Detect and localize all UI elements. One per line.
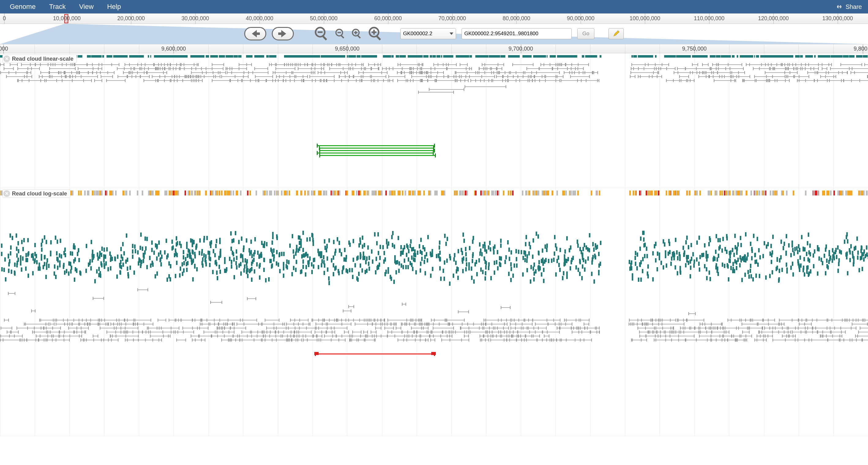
coverage-bar (356, 191, 358, 196)
pair-span (742, 332, 749, 332)
track-close-button[interactable]: ✕ (3, 190, 10, 197)
read-dot (845, 253, 847, 257)
go-button[interactable]: Go (577, 28, 594, 39)
menu-track[interactable]: Track (42, 0, 72, 13)
coverage-bar (264, 191, 266, 196)
read-dot (759, 274, 760, 278)
read-glyph (824, 55, 827, 58)
read-dot (476, 272, 478, 276)
location-input[interactable] (462, 28, 572, 39)
read-glyph (791, 55, 793, 58)
pair-span (293, 324, 299, 324)
share-button[interactable]: Share (835, 3, 865, 10)
read-dot (663, 265, 664, 269)
pair-span (470, 332, 488, 332)
pair-span (496, 336, 513, 336)
overview-ruler[interactable]: 010,000,00020,000,00030,000,00040,000,00… (0, 13, 868, 24)
overview-tick-label: 90,000,000 (567, 15, 594, 22)
read-dot (554, 235, 556, 239)
coverage-bar (724, 191, 725, 196)
read-dot (172, 239, 173, 244)
coverage-bar (689, 191, 690, 196)
read-dot (525, 253, 526, 257)
read-dot (123, 251, 125, 256)
read-glyph (148, 55, 149, 58)
ruler-minor-tick (35, 45, 35, 54)
read-glyph (413, 55, 415, 58)
read-dot (778, 277, 780, 282)
pair-span (274, 328, 289, 328)
location-ruler[interactable]: 0009,600,0009,650,0009,700,0009,750,0009… (0, 44, 868, 53)
pair-span (127, 76, 141, 77)
read-glyph (797, 55, 800, 58)
coverage-bar (158, 191, 159, 196)
pair-span (157, 328, 162, 328)
coverage-bar (729, 191, 731, 196)
read-dot (138, 261, 139, 266)
reference-select[interactable] (400, 28, 456, 39)
read-dot (742, 256, 743, 261)
svg-rect-2 (278, 32, 282, 35)
read-dot (559, 248, 561, 252)
read-dot (55, 275, 57, 279)
read-dot (365, 270, 366, 274)
read-dot (78, 248, 79, 253)
pan-left-button[interactable] (244, 27, 266, 40)
read-dot (632, 276, 633, 281)
pair-span (482, 340, 489, 340)
pair-span (421, 336, 429, 336)
read-glyph (754, 55, 755, 58)
menu-view[interactable]: View (72, 0, 100, 13)
read-glyph (849, 55, 850, 58)
read-dot (844, 239, 845, 244)
track-label[interactable]: ✕Read cloud log-scale (2, 189, 70, 198)
track-label[interactable]: ✕Read cloud linear-scale (2, 55, 77, 63)
pair-span (465, 86, 506, 87)
pair-span (110, 336, 116, 336)
pair-span (202, 72, 213, 73)
track[interactable]: ✕Read cloud log-scale (0, 188, 868, 436)
read-dot (810, 252, 811, 256)
read-dot (525, 242, 526, 246)
read-glyph (298, 55, 302, 58)
read-dot (665, 254, 666, 258)
read-dot (394, 244, 395, 249)
pair-span (44, 80, 62, 81)
menu-genome[interactable]: Genome (3, 0, 42, 13)
read-dot (199, 238, 201, 242)
coverage-bar (255, 191, 257, 196)
menu-help[interactable]: Help (100, 0, 128, 13)
track-close-button[interactable]: ✕ (3, 55, 10, 62)
pair-span (81, 340, 87, 340)
pair-span (758, 332, 784, 332)
read-dot (38, 263, 40, 267)
pair-span (741, 320, 746, 320)
zoom-out-small-button[interactable] (335, 28, 346, 39)
pair-span (138, 340, 162, 340)
reference-select-value[interactable] (400, 28, 456, 39)
coverage-bar (249, 191, 251, 196)
read-dot (642, 269, 643, 273)
read-dot (657, 252, 658, 256)
coverage-bar (229, 191, 230, 196)
coverage-bar (629, 191, 631, 196)
read-dot (596, 245, 598, 249)
overview-tick-label: 70,000,000 (439, 15, 466, 22)
read-dot (127, 258, 128, 262)
read-dot (542, 258, 544, 262)
read-dot (215, 244, 217, 248)
pan-right-button[interactable] (272, 27, 294, 40)
highlight-button[interactable] (609, 28, 624, 39)
zoom-in-big-button[interactable] (368, 26, 383, 41)
read-dot (420, 262, 422, 266)
coverage-bar (332, 191, 333, 196)
zoom-in-small-button[interactable] (351, 28, 362, 39)
read-dot (644, 254, 646, 258)
read-dot (677, 256, 679, 260)
zoom-out-big-button[interactable] (314, 26, 329, 41)
read-dot (749, 269, 751, 273)
pair-span (371, 332, 376, 332)
track[interactable]: ✕Read cloud linear-scale (0, 53, 868, 188)
read-dot (25, 266, 27, 271)
read-dot (247, 268, 249, 272)
